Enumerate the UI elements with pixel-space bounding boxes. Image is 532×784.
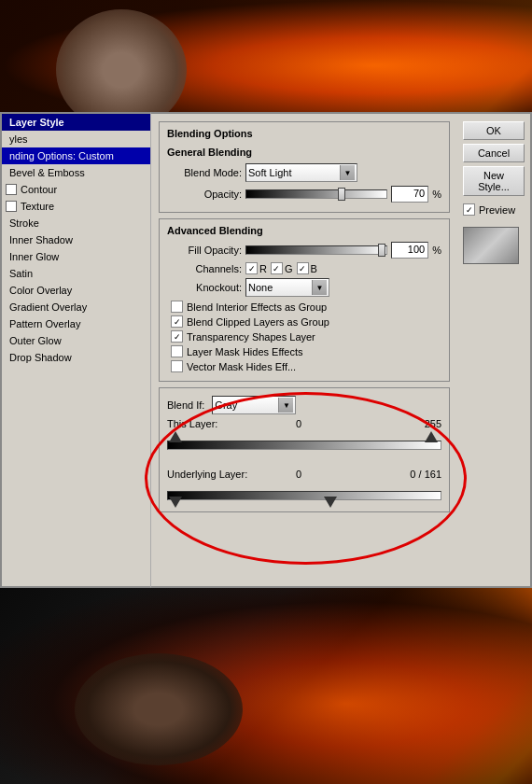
knockout-dropdown[interactable]: None ▼ [245,278,329,297]
sidebar-item-inner-glow[interactable]: Inner Glow [2,248,150,265]
layer-style-dialog: Layer Style yles nding Options: Custom B… [0,112,532,588]
texture-checkbox[interactable] [6,201,17,212]
underlying-layer-label: Underlying Layer: [167,469,270,480]
transparency-shapes-row: Transparency Shapes Layer [167,330,441,343]
this-layer-slider-area [167,435,441,454]
transparency-shapes-label: Transparency Shapes Layer [187,331,315,343]
opacity-slider-container [245,189,387,199]
opacity-unit: % [432,189,441,200]
channel-g-item: G [271,262,293,274]
fill-opacity-input[interactable]: 100 [391,242,428,259]
blend-mode-row: Blend Mode: Soft Light ▼ [167,163,441,182]
knockout-label: Knockout: [167,282,242,293]
blend-clipped-checkbox[interactable] [171,315,183,328]
sidebar-item-label: Pattern Overlay [9,318,80,329]
this-layer-row: This Layer: 0 255 [167,418,441,429]
blend-interior-row: Blend Interior Effects as Group [167,301,441,313]
this-layer-max: 255 [425,418,441,429]
sidebar-item-blending-options[interactable]: nding Options: Custom [2,147,150,164]
blend-mode-dropdown[interactable]: Soft Light ▼ [245,163,357,182]
sidebar-item-pattern-overlay[interactable]: Pattern Overlay [2,315,150,332]
sidebar-item-label: Texture [21,201,54,212]
blend-if-dropdown[interactable]: Gray ▼ [212,396,296,414]
blending-options-section: Blending Options General Blending Blend … [159,121,450,213]
sidebar-item-color-overlay[interactable]: Color Overlay [2,282,150,299]
sidebar-item-stroke[interactable]: Stroke [2,215,150,231]
contour-checkbox[interactable] [6,184,17,195]
vector-mask-checkbox[interactable] [171,360,183,372]
chevron-down-icon[interactable]: ▼ [340,165,355,180]
underlying-layer-right-thumb[interactable] [324,497,337,508]
chevron-down-icon[interactable]: ▼ [278,398,293,413]
underlying-layer-row: Underlying Layer: 0 0 / 161 [167,469,441,480]
sidebar-item-bevel-emboss[interactable]: Bevel & Emboss [2,164,150,181]
sidebar-item-contour[interactable]: Contour [2,181,150,198]
blend-interior-checkbox[interactable] [171,301,183,313]
sidebar-item-label: Stroke [9,217,39,229]
sidebar-item-label: Gradient Overlay [9,301,87,313]
sidebar-item-label: Inner Shadow [9,234,73,245]
this-layer-slider-track[interactable] [167,441,441,450]
opacity-input[interactable]: 70 [391,186,428,203]
channel-g-checkbox[interactable] [271,262,283,274]
channel-r-item: R [245,262,267,274]
sidebar-item-styles[interactable]: yles [2,131,150,147]
sidebar-item-inner-shadow[interactable]: Inner Shadow [2,231,150,248]
channel-r-checkbox[interactable] [245,262,258,274]
advanced-blending-title: Advanced Blending [167,225,441,236]
sidebar-item-gradient-overlay[interactable]: Gradient Overlay [2,299,150,315]
sidebar-item-label: Outer Glow [9,335,62,346]
knockout-value: None [248,282,273,293]
sidebar-item-label: Inner Glow [9,251,59,262]
main-panel: Blending Options General Blending Blend … [151,112,457,588]
chevron-down-icon[interactable]: ▼ [312,280,327,295]
blend-if-row: Blend If: Gray ▼ [167,396,441,414]
sidebar-item-label: Contour [21,184,57,195]
knockout-row: Knockout: None ▼ [167,278,441,297]
underlying-layer-min: 0 [273,469,301,480]
sidebar-item-drop-shadow[interactable]: Drop Shadow [2,349,150,366]
underlying-layer-section: Underlying Layer: 0 0 / 161 [167,469,441,504]
fill-opacity-slider-thumb[interactable] [378,244,385,257]
cancel-button[interactable]: Cancel [463,144,525,162]
new-style-button[interactable]: New Style... [463,166,525,196]
underlying-layer-max: 0 / 161 [410,469,441,480]
blend-mode-value: Soft Light [248,167,291,178]
preview-checkbox[interactable] [463,203,475,216]
preview-box [463,227,519,264]
blend-if-section: Blend If: Gray ▼ This Layer: 0 255 [159,387,450,512]
channels-row: Channels: R G B [167,262,441,274]
this-layer-min: 0 [273,418,301,429]
underlying-layer-left-thumb[interactable] [169,497,182,508]
blend-if-label: Blend If: [167,399,204,411]
general-blending-title: General Blending [167,147,441,158]
this-layer-right-thumb[interactable] [425,431,438,442]
sidebar-item-label: Drop Shadow [9,352,72,363]
this-layer-left-thumb[interactable] [169,431,182,442]
channel-b-label: B [311,263,317,274]
this-layer-section: This Layer: 0 255 [167,418,441,454]
layer-mask-row: Layer Mask Hides Effects [167,345,441,357]
sidebar-item-texture[interactable]: Texture [2,198,150,215]
blend-clipped-row: Blend Clipped Layers as Group [167,315,441,328]
fill-opacity-label: Fill Opacity: [167,245,242,256]
left-panel: Layer Style yles nding Options: Custom B… [0,112,151,588]
vector-mask-label: Vector Mask Hides Eff... [187,361,296,372]
ok-button[interactable]: OK [463,121,525,140]
sidebar-item-satin[interactable]: Satin [2,265,150,282]
fill-opacity-unit: % [432,245,441,256]
channel-r-label: R [259,263,267,274]
blending-options-title: Blending Options [167,128,441,141]
sidebar-item-outer-glow[interactable]: Outer Glow [2,332,150,349]
transparency-shapes-checkbox[interactable] [171,330,183,343]
underlying-layer-slider-track[interactable] [167,491,441,500]
opacity-row: Opacity: 70 % [167,186,441,203]
channel-g-label: G [285,263,293,274]
opacity-slider-thumb[interactable] [338,188,345,201]
vector-mask-row: Vector Mask Hides Eff... [167,360,441,372]
layer-mask-checkbox[interactable] [171,345,183,357]
advanced-blending-section: Advanced Blending Fill Opacity: 100 % Ch… [159,218,450,382]
opacity-slider-track[interactable] [245,189,387,199]
channel-b-checkbox[interactable] [297,262,309,274]
fill-opacity-slider-track[interactable] [245,245,387,255]
